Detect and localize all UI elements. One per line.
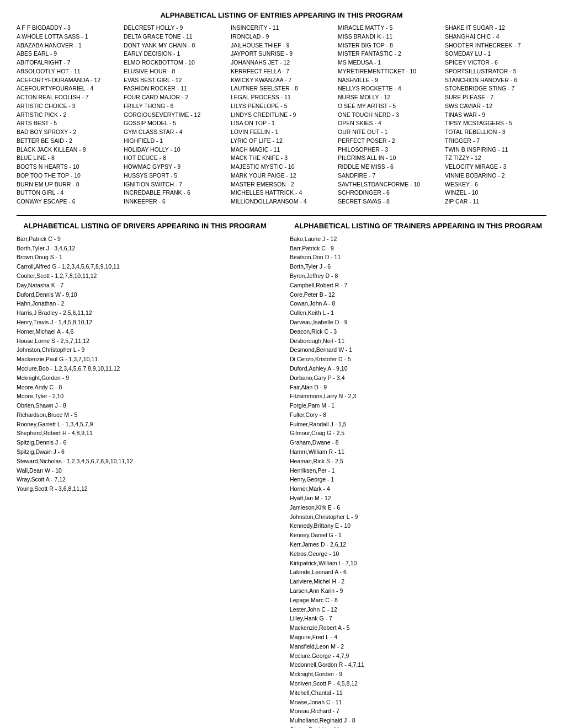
entry-item: TRIGGER - 7: [445, 137, 546, 146]
entries-column-0: A F F BIGDADDY - 3A WHOLE LOTTA SASS - 1…: [17, 24, 118, 206]
trainer-item: Duford,Ashley A - 9,10: [290, 364, 546, 373]
drivers-column: ALPHABETICAL LISTING OF DRIVERS APPEARIN…: [17, 222, 273, 728]
entry-item: EVAS BEST GIRL - 12: [124, 76, 225, 85]
entry-item: MISTER FANTASTIC - 2: [338, 50, 439, 58]
entry-item: BUTTON GIRL - 4: [17, 189, 118, 197]
trainer-item: Lariviere,Michel H - 2: [290, 577, 546, 586]
entry-item: VINNIE BOBARINO - 2: [445, 172, 546, 180]
entry-item: PHILOSOPHER - 3: [338, 146, 439, 154]
entry-item: BOP TOO THE TOP - 10: [17, 172, 118, 180]
trainer-item: Mcniven,Scott P - 4,5,8,12: [290, 679, 546, 688]
trainer-item: Kennedy,Brittany E - 10: [290, 521, 546, 531]
entry-item: SECRET SAVAS - 8: [338, 197, 439, 206]
driver-item: Obrien,Shawn J - 8: [17, 401, 273, 410]
entry-item: MACK THE KNIFE - 3: [231, 154, 332, 163]
entry-item: LINDYS CREDITLINE - 9: [231, 111, 332, 120]
driver-item: Horner,Michael A - 4,6: [17, 327, 273, 336]
entry-item: ACEFOURTYFOURARIEL - 4: [17, 84, 118, 93]
entry-item: MS MEDUSA - 1: [338, 58, 439, 67]
entry-item: JAYPORT SUNRISE - 9: [231, 50, 332, 58]
entry-item: O SEE MY ARTIST - 5: [338, 102, 439, 111]
entry-item: ZIP CAR - 11: [445, 197, 546, 206]
trainer-item: Graham,Dwane - 8: [290, 438, 546, 447]
entry-item: BOOTS N HEARTS - 10: [17, 163, 118, 172]
entry-item: MAJESTIC MYSTIC - 10: [231, 163, 332, 172]
driver-item: Coulter,Scott - 1,2,7,8,10,11,12: [17, 271, 273, 281]
driver-item: Barr,Patrick C - 9: [17, 234, 273, 244]
entry-item: MILLIONDOLLARANSOM - 4: [231, 197, 332, 206]
entry-item: DELCREST HOLLY - 9: [124, 24, 225, 33]
entry-item: EARLY DECISION - 1: [124, 50, 225, 58]
entry-item: LEGAL PROCESS - 11: [231, 93, 332, 102]
driver-item: Duford,Dennis W - 9,10: [17, 290, 273, 299]
entry-item: ABSOLOOTLY HOT - 11: [17, 67, 118, 76]
entry-item: IRONCLAD - 9: [231, 33, 332, 41]
trainer-item: Johnston,Christopher L - 9: [290, 512, 546, 522]
trainer-item: Maguire,Fred L - 4: [290, 633, 546, 642]
trainer-item: Hamm,William R - 11: [290, 447, 546, 457]
entry-item: FRILLY THONG - 6: [124, 102, 225, 111]
entry-item: FOUR CARD MAJOR - 2: [124, 93, 225, 102]
trainer-item: Moreau,Richard - 7: [290, 706, 546, 716]
trainers-column: ALPHABETICAL LISTING OF TRAINERS APPEARI…: [290, 222, 546, 728]
entry-item: CONWAY ESCAPE - 6: [17, 197, 118, 206]
driver-item: Mackenzie,Paul G - 1,3,7,10,11: [17, 355, 273, 364]
entry-item: GOSSIP MODEL - 5: [124, 119, 225, 128]
entry-item: LOVIN FEELIN - 1: [231, 128, 332, 137]
driver-item: Hahn,Jonathan - 2: [17, 299, 273, 308]
trainer-item: Cowan,John A - 8: [290, 299, 546, 308]
entry-item: NELLYS ROCKETTE - 4: [338, 84, 439, 93]
entry-item: INNKEEPER - 6: [124, 197, 225, 206]
trainers-title: ALPHABETICAL LISTING OF TRAINERS APPEARI…: [290, 222, 546, 230]
trainer-item: Mitchell,Chantal - 11: [290, 688, 546, 698]
entry-item: JAILHOUSE THIEF - 9: [231, 41, 332, 50]
entry-item: ABITOFALRIGHT - 7: [17, 58, 118, 67]
entry-item: ABAZABA HANOVER - 1: [17, 41, 118, 50]
entry-item: FASHION ROCKER - 11: [124, 84, 225, 93]
trainer-item: Henriksen,Per - 1: [290, 466, 546, 475]
entry-item: NURSE MOLLY - 12: [338, 93, 439, 102]
trainer-item: Core,Peter B - 12: [290, 290, 546, 299]
entry-item: VELOCITY MIRAGE - 3: [445, 163, 546, 172]
trainer-item: Kenney,Daniel G - 1: [290, 531, 546, 540]
entry-item: SWS CAVIAR - 12: [445, 102, 546, 111]
entry-item: SCHRODINGER - 6: [338, 189, 439, 197]
driver-item: Moore,Andy C - 8: [17, 383, 273, 392]
entry-item: OPEN SKIES - 4: [338, 119, 439, 128]
driver-item: House,Lorne S - 2,5,7,11,12: [17, 336, 273, 346]
entries-column-2: INSINCERITY - 11IRONCLAD - 9JAILHOUSE TH…: [231, 24, 332, 206]
divider-1: [17, 215, 546, 216]
trainer-item: Lester,John C - 12: [290, 605, 546, 614]
entry-item: INCREDABLE FRANK - 6: [124, 189, 225, 197]
driver-item: Day,Natasha K - 7: [17, 281, 273, 290]
driver-item: Wray,Scott A - 7,12: [17, 475, 273, 484]
entry-item: STONEBRIDGE STING - 7: [445, 84, 546, 93]
trainer-item: Hyatt,Ian M - 12: [290, 494, 546, 503]
driver-item: Brown,Doug S - 1: [17, 253, 273, 262]
entry-item: LISA ON TOP - 1: [231, 119, 332, 128]
trainer-item: Horner,Mark - 4: [290, 484, 546, 494]
entry-item: GYM CLASS STAR - 4: [124, 128, 225, 137]
entry-item: SOMEDAY LU - 1: [445, 50, 546, 58]
entry-item: PERFECT POSER - 2: [338, 137, 439, 146]
entry-item: SHAKE IT SUGAR - 12: [445, 24, 546, 33]
driver-item: Young,Scott R - 3,6,8,11,12: [17, 484, 273, 494]
entries-column-3: MIRACLE MATTY - 5MISS BRANDI K - 11MISTE…: [338, 24, 439, 206]
trainer-item: Campbell,Robert R - 7: [290, 281, 546, 290]
trainer-item: Durbano,Gary P - 3,4: [290, 373, 546, 383]
entry-item: ABES EARL - 9: [17, 50, 118, 58]
trainer-item: Moase,Jonah C - 11: [290, 698, 546, 707]
entry-item: RIDDLE ME MISS - 6: [338, 163, 439, 172]
trainer-item: Byron,Jeffrey D - 8: [290, 271, 546, 281]
entry-item: TINAS WAR - 9: [445, 111, 546, 120]
entry-item: MISS BRANDI K - 11: [338, 33, 439, 41]
entry-item: ELUSIVE HOUR - 8: [124, 67, 225, 76]
trainer-item: Barr,Patrick C - 9: [290, 244, 546, 253]
entry-item: INSINCERITY - 11: [231, 24, 332, 33]
entry-item: WESKEY - 6: [445, 180, 546, 189]
entry-item: JOHANNAHS JET - 12: [231, 58, 332, 67]
entry-item: BLUE LINE - 8: [17, 154, 118, 163]
entry-item: ELMO ROCKBOTTOM - 10: [124, 58, 225, 67]
trainer-item: Obrien,David L - 11: [290, 725, 546, 728]
entry-item: ARTISTIC PICK - 2: [17, 111, 118, 120]
